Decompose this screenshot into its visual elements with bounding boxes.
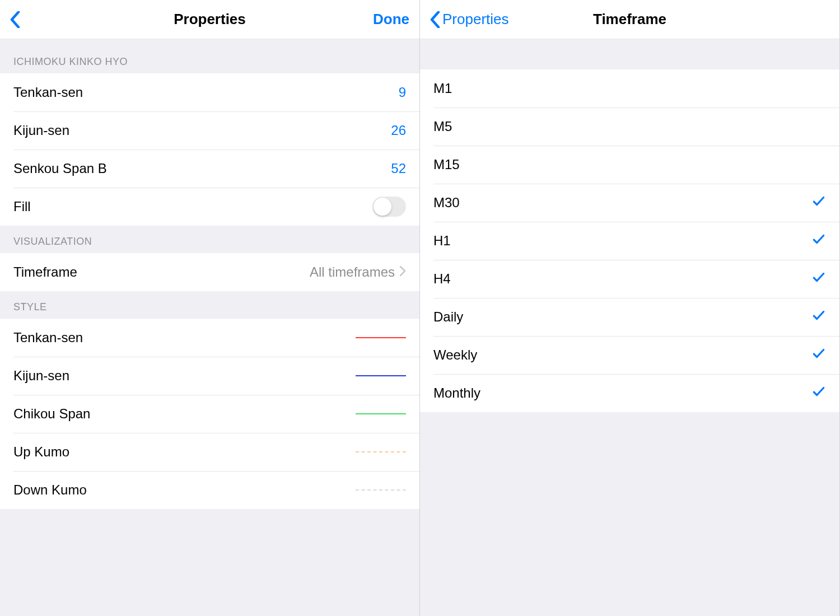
row-label: Daily — [433, 309, 463, 325]
row-label: Timeframe — [13, 264, 77, 280]
row-monthly[interactable]: Monthly — [420, 374, 839, 412]
fill-switch[interactable] — [372, 197, 406, 217]
line-sample — [356, 375, 406, 376]
row-label: Senkou Span B — [13, 161, 107, 176]
timeframe-body: M1 M5 M15 M30 H1 H4 — [420, 39, 839, 616]
row-h1[interactable]: H1 — [420, 222, 839, 260]
line-sample — [356, 413, 406, 414]
checkmark-icon — [811, 384, 826, 402]
row-m5[interactable]: M5 — [420, 108, 839, 146]
row-label: Tenkan-sen — [13, 330, 83, 346]
done-button[interactable]: Done — [373, 11, 409, 28]
row-label: Weekly — [433, 347, 477, 363]
row-kijun-sen[interactable]: Kijun-sen 26 — [0, 111, 419, 150]
chevron-right-icon — [399, 264, 406, 280]
checkmark-icon — [811, 232, 826, 250]
section-spacer — [420, 39, 839, 69]
row-style-chikou[interactable]: Chikou Span — [0, 395, 419, 433]
row-style-upkumo[interactable]: Up Kumo — [0, 433, 419, 471]
row-daily[interactable]: Daily — [420, 298, 839, 336]
row-m1[interactable]: M1 — [420, 69, 839, 108]
row-senkou-span-b[interactable]: Senkou Span B 52 — [0, 150, 419, 188]
row-style-tenkan[interactable]: Tenkan-sen — [0, 319, 419, 357]
row-label: Down Kumo — [13, 482, 87, 498]
timeframe-group: M1 M5 M15 M30 H1 H4 — [420, 69, 839, 412]
row-value: 26 — [391, 123, 406, 138]
row-label: M5 — [433, 119, 452, 134]
chevron-left-icon — [430, 11, 440, 28]
row-label: M30 — [433, 195, 460, 211]
row-value: 9 — [399, 85, 406, 100]
row-label: H1 — [433, 233, 451, 249]
properties-navbar: Properties Done — [0, 0, 419, 39]
row-label: Chikou Span — [13, 406, 90, 422]
section-header-visualization: VISUALIZATION — [0, 226, 419, 253]
properties-body: ICHIMOKU KINKO HYO Tenkan-sen 9 Kijun-se… — [0, 39, 419, 616]
row-label: Kijun-sen — [13, 123, 69, 138]
row-m30[interactable]: M30 — [420, 184, 839, 222]
section-header-style: STYLE — [0, 291, 419, 319]
checkmark-icon — [811, 346, 826, 364]
checkmark-icon — [811, 270, 826, 288]
row-fill[interactable]: Fill — [0, 188, 419, 226]
checkmark-icon — [811, 194, 826, 212]
ichimoku-group: Tenkan-sen 9 Kijun-sen 26 Senkou Span B … — [0, 73, 419, 226]
row-label: H4 — [433, 271, 451, 287]
visualization-group: Timeframe All timeframes — [0, 253, 419, 291]
row-value: 52 — [391, 161, 406, 176]
row-m15[interactable]: M15 — [420, 146, 839, 184]
line-sample — [356, 337, 406, 338]
timeframe-navbar: Properties Timeframe — [420, 0, 839, 39]
row-style-kijun[interactable]: Kijun-sen — [0, 357, 419, 395]
chevron-left-icon — [10, 11, 20, 28]
row-label: Fill — [13, 199, 31, 214]
row-style-downkumo[interactable]: Down Kumo — [0, 471, 419, 509]
row-label: Up Kumo — [13, 444, 69, 460]
row-timeframe[interactable]: Timeframe All timeframes — [0, 253, 419, 291]
checkmark-icon — [811, 308, 826, 326]
row-h4[interactable]: H4 — [420, 260, 839, 298]
back-button[interactable] — [10, 11, 20, 28]
row-label: Monthly — [433, 385, 480, 401]
line-sample — [356, 489, 406, 491]
row-tenkan-sen[interactable]: Tenkan-sen 9 — [0, 73, 419, 111]
timeframe-pane: Properties Timeframe M1 M5 M15 M30 — [420, 0, 840, 616]
row-weekly[interactable]: Weekly — [420, 336, 839, 374]
back-button[interactable]: Properties — [430, 11, 509, 28]
section-header-ichimoku: ICHIMOKU KINKO HYO — [0, 39, 419, 73]
row-value-wrap: All timeframes — [310, 264, 406, 280]
style-group: Tenkan-sen Kijun-sen Chikou Span Up Kumo… — [0, 319, 419, 509]
row-value: All timeframes — [310, 264, 395, 280]
row-label: Tenkan-sen — [13, 85, 83, 100]
switch-knob — [374, 198, 391, 216]
row-label: Kijun-sen — [13, 368, 69, 384]
line-sample — [356, 451, 406, 452]
back-label: Properties — [442, 11, 509, 28]
properties-pane: Properties Done ICHIMOKU KINKO HYO Tenka… — [0, 0, 420, 616]
row-label: M1 — [433, 81, 452, 96]
row-label: M15 — [433, 157, 460, 172]
